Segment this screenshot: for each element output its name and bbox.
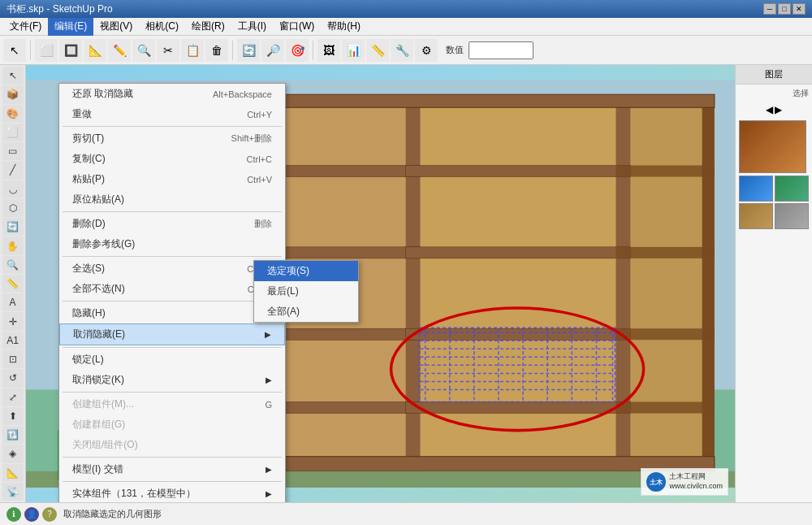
sep-1: [63, 126, 282, 127]
left-tool-rotate[interactable]: ↺: [2, 369, 24, 387]
sep-2: [63, 211, 282, 212]
menu-unhide[interactable]: 取消隐藏(E) ▶: [59, 323, 285, 345]
material-cell-1[interactable]: [739, 176, 773, 202]
menu-solid-tools[interactable]: 实体组件（131，在模型中） ▶: [59, 484, 285, 502]
left-tool-offset[interactable]: ◈: [2, 445, 24, 462]
toolbar-btn-15[interactable]: 📏: [366, 39, 389, 62]
submenu-last[interactable]: 最后(L): [254, 281, 358, 302]
viewport[interactable]: 土木 土木工程网 www.civilcn.com 还原 取消隐藏 Alt+Bac…: [26, 65, 735, 502]
menu-draw[interactable]: 绘图(R): [185, 18, 231, 36]
menu-paste[interactable]: 粘贴(P) Ctrl+V: [59, 169, 285, 189]
sep-7: [63, 457, 282, 458]
left-tool-polygon[interactable]: ⬡: [2, 199, 24, 217]
left-tool-3d-text[interactable]: A1: [2, 332, 24, 349]
left-tool-axes[interactable]: ✛: [2, 312, 24, 330]
menu-redo-label: 重做: [72, 107, 92, 121]
status-help-icon[interactable]: ?: [42, 507, 57, 522]
maximize-button[interactable]: □: [778, 3, 791, 15]
menu-help[interactable]: 帮助(H): [321, 18, 367, 36]
menu-deselect-all-label: 全部不选(N): [72, 282, 125, 296]
toolbar-btn-5[interactable]: ✏️: [108, 39, 131, 62]
toolbar-btn-8[interactable]: 📋: [181, 39, 204, 62]
menu-cut[interactable]: 剪切(T) Shift+删除: [59, 128, 285, 149]
toolbar-btn-2[interactable]: ⬜: [35, 39, 58, 62]
toolbar-sep-2: [232, 41, 233, 60]
left-tool-paint[interactable]: 🎨: [2, 105, 24, 123]
toolbar-btn-17[interactable]: ⚙: [415, 39, 438, 62]
menu-paste-shortcut: Ctrl+V: [247, 175, 272, 184]
left-tool-pan[interactable]: ✋: [2, 236, 24, 254]
material-cell-2[interactable]: [775, 176, 809, 202]
toolbar-btn-11[interactable]: 🔎: [261, 39, 284, 62]
menu-copy-label: 复制(C): [72, 152, 106, 166]
toolbar-btn-12[interactable]: 🎯: [286, 39, 309, 62]
left-tool-pushpull[interactable]: ⬆: [2, 407, 24, 425]
toolbar-btn-6[interactable]: 🔍: [132, 39, 155, 62]
menu-delete-label: 删除(D): [72, 217, 106, 231]
left-tool-follow[interactable]: 🔃: [2, 426, 24, 444]
menu-edit[interactable]: 编辑(E): [48, 18, 93, 36]
toolbar-btn-9[interactable]: 🗑: [205, 39, 228, 62]
menu-copy[interactable]: 复制(C) Ctrl+C: [59, 149, 285, 169]
left-tool-text[interactable]: A: [2, 293, 24, 311]
toolbar-btn-7[interactable]: ✂: [157, 39, 179, 62]
left-tool-rectangle[interactable]: ▭: [2, 142, 24, 160]
material-swatches: [736, 117, 812, 232]
value-input[interactable]: [469, 41, 533, 59]
left-tool-line[interactable]: ╱: [2, 161, 24, 179]
svg-rect-9: [615, 96, 630, 471]
close-button[interactable]: ✕: [793, 3, 806, 15]
menu-file[interactable]: 文件(F): [3, 18, 48, 36]
sep-5: [63, 347, 282, 348]
toolbar-btn-4[interactable]: 📐: [84, 39, 106, 62]
left-tool-measure[interactable]: 📏: [2, 275, 24, 293]
left-tool-section[interactable]: ⊡: [2, 350, 24, 368]
left-tool-select[interactable]: ↖: [2, 67, 24, 85]
menu-undo[interactable]: 还原 取消隐藏 Alt+Backspace: [59, 84, 285, 104]
left-tool-component[interactable]: 📦: [2, 85, 24, 103]
submenu-selected[interactable]: 选定项(S): [254, 261, 358, 281]
submenu-all[interactable]: 全部(A): [254, 302, 358, 322]
material-cell-4[interactable]: [775, 203, 809, 229]
menu-select-all[interactable]: 全选(S) Ctrl+A: [59, 258, 285, 279]
left-tool-zoom[interactable]: 🔍: [2, 256, 24, 274]
menu-lock[interactable]: 锁定(L): [59, 349, 285, 370]
menu-intersect[interactable]: 模型(I) 交错 ▶: [59, 459, 285, 479]
menu-unlock[interactable]: 取消锁定(K) ▶: [59, 370, 285, 390]
left-tool-erase[interactable]: ⬜: [2, 124, 24, 141]
menu-paste-label: 粘贴(P): [72, 172, 105, 186]
menu-make-group-label: 创建群组(G): [72, 418, 125, 432]
menu-delete-guides[interactable]: 删除参考线(G): [59, 234, 285, 254]
minimize-button[interactable]: ─: [763, 3, 776, 15]
material-cell-3[interactable]: [739, 203, 773, 229]
menu-paste-in-place[interactable]: 原位粘贴(A): [59, 189, 285, 210]
status-user-icon[interactable]: 👤: [24, 507, 39, 522]
left-tool-scale[interactable]: ⤢: [2, 388, 24, 406]
menu-paste-in-place-label: 原位粘贴(A): [72, 193, 124, 206]
toolbar-btn-14[interactable]: 📊: [342, 39, 365, 62]
menu-intersect-label: 模型(I) 交错: [72, 462, 123, 476]
left-tool-tape[interactable]: 📐: [2, 464, 24, 482]
toolbar-btn-3[interactable]: 🔲: [59, 39, 82, 62]
menu-hide[interactable]: 隐藏(H): [59, 303, 285, 323]
toolbar-btn-13[interactable]: 🖼: [317, 39, 340, 62]
menu-tools[interactable]: 工具(I): [231, 18, 273, 36]
menu-delete[interactable]: 删除(D) 删除: [59, 214, 285, 234]
select-tool-btn[interactable]: ↖: [3, 39, 26, 62]
nav-left-icon[interactable]: ◀: [766, 104, 773, 115]
menu-window[interactable]: 窗口(W): [273, 18, 321, 36]
left-tool-arc[interactable]: ◡: [2, 180, 24, 198]
nav-right-icon[interactable]: ▶: [775, 104, 782, 115]
toolbar-btn-10[interactable]: 🔄: [237, 39, 260, 62]
material-main-swatch[interactable]: [739, 120, 806, 173]
toolbar-btn-16[interactable]: 🔧: [391, 39, 413, 62]
menu-cut-label: 剪切(T): [72, 132, 104, 145]
menu-redo[interactable]: 重做 Ctrl+Y: [59, 104, 285, 124]
status-info-icon[interactable]: ℹ: [6, 507, 21, 522]
menu-view[interactable]: 视图(V): [93, 18, 139, 36]
menu-deselect-all[interactable]: 全部不选(N) Ctrl+T: [59, 279, 285, 299]
menu-camera[interactable]: 相机(C): [139, 18, 185, 36]
left-tool-protractor[interactable]: 📡: [2, 483, 24, 501]
left-tool-orbit[interactable]: 🔄: [2, 218, 24, 236]
menu-select-all-label: 全选(S): [72, 262, 105, 276]
